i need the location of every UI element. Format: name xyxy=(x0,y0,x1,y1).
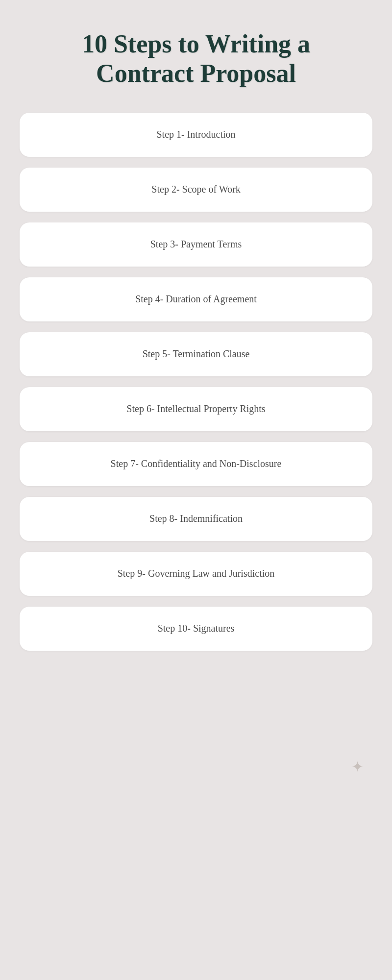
steps-list: Step 1- IntroductionStep 2- Scope of Wor… xyxy=(20,113,372,651)
step-label-9: Step 9- Governing Law and Jurisdiction xyxy=(118,568,275,579)
step-label-2: Step 2- Scope of Work xyxy=(151,184,240,195)
step-card-2[interactable]: Step 2- Scope of Work xyxy=(20,168,372,212)
step-label-8: Step 8- Indemnification xyxy=(149,513,243,524)
step-card-1[interactable]: Step 1- Introduction xyxy=(20,113,372,157)
step-card-5[interactable]: Step 5- Termination Clause xyxy=(20,332,372,376)
title-section: 10 Steps to Writing a Contract Proposal xyxy=(20,29,372,88)
step-card-7[interactable]: Step 7- Confidentiality and Non-Disclosu… xyxy=(20,442,372,486)
step-label-5: Step 5- Termination Clause xyxy=(143,348,250,360)
step-card-8[interactable]: Step 8- Indemnification xyxy=(20,497,372,541)
step-label-6: Step 6- Intellectual Property Rights xyxy=(126,403,265,415)
step-card-10[interactable]: Step 10- Signatures xyxy=(20,607,372,651)
step-card-6[interactable]: Step 6- Intellectual Property Rights xyxy=(20,387,372,431)
step-label-3: Step 3- Payment Terms xyxy=(150,239,242,250)
step-label-10: Step 10- Signatures xyxy=(158,623,235,634)
step-card-3[interactable]: Step 3- Payment Terms xyxy=(20,222,372,267)
page-title: 10 Steps to Writing a Contract Proposal xyxy=(20,29,372,88)
sparkle-decoration xyxy=(351,760,364,774)
step-label-7: Step 7- Confidentiality and Non-Disclosu… xyxy=(111,458,282,469)
step-card-4[interactable]: Step 4- Duration of Agreement xyxy=(20,277,372,321)
step-card-9[interactable]: Step 9- Governing Law and Jurisdiction xyxy=(20,552,372,596)
step-label-4: Step 4- Duration of Agreement xyxy=(135,294,257,305)
step-label-1: Step 1- Introduction xyxy=(156,129,235,140)
